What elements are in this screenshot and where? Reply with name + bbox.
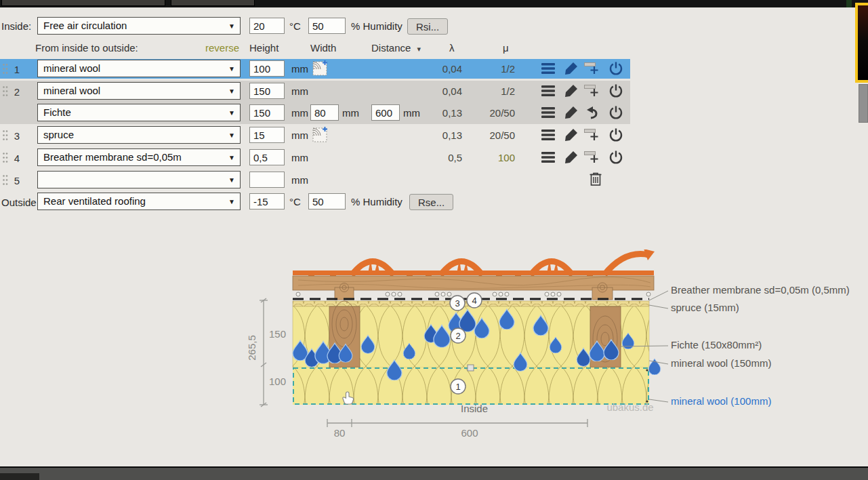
unit-label: mm (291, 174, 308, 186)
layer5-height-input[interactable] (249, 172, 285, 188)
roof-tiles[interactable] (293, 249, 655, 279)
layer-marker-4: 4 (467, 293, 482, 308)
layer2-material-select[interactable]: mineral wool ▼ (37, 82, 241, 100)
drag-handle-icon[interactable] (2, 174, 9, 186)
dropdown-arrow-icon: ▼ (228, 83, 235, 100)
label-mineral-wool-150: mineral wool (150mm) (671, 357, 771, 369)
layer-number: 2 (11, 86, 23, 98)
layer-marker-2: 2 (451, 328, 466, 343)
inside-temperature-unit: °C (289, 20, 301, 32)
mu-value: 20/50 (474, 129, 515, 141)
browser-tab[interactable] (1, 0, 165, 6)
selection-handle[interactable] (468, 365, 474, 371)
inside-environment-select[interactable]: Free air circulation ▼ (37, 17, 241, 35)
video-overlay[interactable] (855, 3, 868, 83)
power-toggle-icon[interactable] (608, 83, 623, 98)
add-layer-icon[interactable] (584, 150, 599, 165)
layer2-height-input[interactable] (249, 83, 285, 99)
layer4-material-select[interactable]: Breather membrane sd=0,05m ▼ (37, 148, 241, 166)
layer3-material-value: spruce (43, 129, 74, 140)
layer2-material-value: mineral wool (43, 85, 100, 96)
fichte-height-input[interactable] (249, 104, 285, 121)
fichte-distance-input[interactable] (371, 104, 400, 121)
undo-icon[interactable] (585, 105, 600, 120)
browser-top-bar (0, 0, 868, 7)
outside-environment-value: Rear ventilated roofing (43, 195, 146, 207)
svg-text:2: 2 (455, 331, 460, 341)
watermark: ubakus.de (606, 401, 653, 413)
mu-value: 1/2 (474, 85, 515, 97)
outside-temperature-unit: °C (289, 196, 301, 207)
lambda-value: 0,5 (420, 152, 462, 163)
scrollbar-thumb[interactable] (859, 84, 868, 123)
fichte-width-input[interactable] (310, 104, 339, 121)
delete-trash-icon[interactable] (588, 172, 603, 186)
browser-tab[interactable] (171, 0, 255, 6)
bottom-bar-patch (0, 473, 39, 480)
inside-temperature-input[interactable] (249, 18, 285, 34)
fichte-material-select[interactable]: Fichte ▼ (37, 104, 241, 121)
layer3-material-select[interactable]: spruce ▼ (37, 126, 241, 144)
power-toggle-icon[interactable] (608, 127, 623, 142)
drag-handle-icon[interactable] (2, 129, 9, 141)
edit-pencil-icon[interactable] (564, 105, 579, 120)
distance-header[interactable]: Distance ▾ (371, 42, 421, 54)
unit-label: mm (291, 107, 308, 119)
unit-label: mm (291, 85, 308, 97)
menu-icon[interactable] (541, 61, 556, 76)
menu-icon[interactable] (541, 127, 556, 142)
layer4-height-input[interactable] (249, 149, 285, 165)
inside-humidity-input[interactable] (308, 18, 346, 34)
edit-pencil-icon[interactable] (564, 127, 579, 142)
add-layer-icon[interactable] (584, 83, 599, 98)
wood-grain-add-icon[interactable] (312, 126, 329, 142)
edit-pencil-icon[interactable] (564, 61, 579, 76)
layer1-height-input[interactable] (249, 60, 285, 77)
outside-temperature-input[interactable] (249, 193, 285, 209)
layer1-material-value: mineral wool (43, 62, 100, 74)
dim-bottom-right: 600 (461, 427, 478, 439)
menu-icon[interactable] (541, 105, 556, 120)
svg-text:1: 1 (455, 382, 460, 392)
outside-humidity-label: % Humidity (351, 196, 402, 207)
lambda-header: λ (449, 42, 455, 54)
distance-header-label: Distance (371, 42, 411, 54)
edit-pencil-icon[interactable] (564, 150, 579, 165)
drag-handle-icon[interactable] (2, 63, 9, 75)
unit-label: mm (342, 107, 359, 119)
lambda-value: 0,13 (420, 129, 462, 141)
power-toggle-icon[interactable] (608, 105, 623, 120)
layer5-material-select[interactable]: ▼ (37, 171, 241, 188)
add-layer-icon[interactable] (584, 127, 599, 142)
reverse-link[interactable]: reverse (205, 42, 239, 54)
dropdown-arrow-icon: ▼ (228, 194, 235, 210)
edit-pencil-icon[interactable] (564, 83, 579, 98)
mu-header: μ (503, 42, 509, 54)
layer1-material-select[interactable]: mineral wool ▼ (37, 60, 241, 77)
wood-grain-add-icon[interactable] (312, 60, 329, 76)
outside-label: Outside (1, 197, 37, 208)
fichte-material-value: Fichte (43, 106, 71, 118)
extension-sliver (846, 0, 852, 7)
power-toggle-icon[interactable] (608, 150, 623, 165)
drag-handle-icon[interactable] (2, 152, 9, 163)
dim-lower: 100 (269, 376, 286, 387)
dropdown-arrow-icon: ▼ (228, 18, 235, 35)
dropdown-arrow-icon: ▼ (228, 150, 235, 166)
label-mineral-wool-100: mineral wool (100mm) (671, 395, 771, 407)
rse-button[interactable]: Rse... (409, 194, 453, 210)
power-toggle-icon[interactable] (608, 61, 623, 76)
inside-label: Inside: (1, 20, 31, 32)
outside-environment-select[interactable]: Rear ventilated roofing ▼ (37, 193, 241, 210)
menu-icon[interactable] (541, 150, 556, 165)
label-spruce: spruce (15mm) (671, 302, 739, 313)
drag-handle-icon[interactable] (2, 85, 9, 97)
selection-corner-dot (646, 369, 648, 371)
add-layer-icon[interactable] (584, 61, 599, 76)
distance-caret-icon: ▾ (417, 45, 421, 53)
rsi-button[interactable]: Rsi... (407, 18, 448, 35)
menu-icon[interactable] (541, 83, 556, 98)
outside-humidity-input[interactable] (308, 193, 346, 209)
layer3-height-input[interactable] (249, 127, 285, 143)
inside-side-label: Inside (461, 403, 488, 414)
